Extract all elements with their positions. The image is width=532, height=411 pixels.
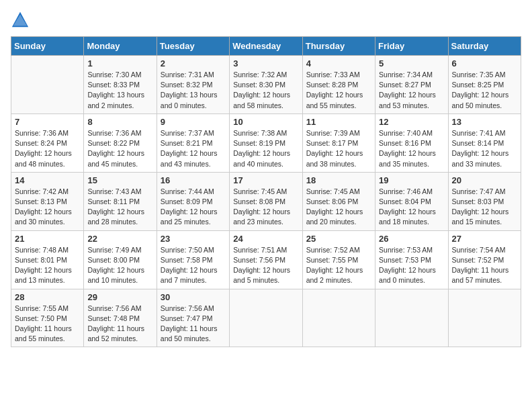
day-info: Sunrise: 7:45 AM Sunset: 8:06 PM Dayligh… — [306, 187, 371, 228]
day-number: 28 — [15, 292, 80, 302]
calendar-cell: 30Sunrise: 7:56 AM Sunset: 7:47 PM Dayli… — [157, 289, 229, 347]
calendar-cell: 19Sunrise: 7:46 AM Sunset: 8:04 PM Dayli… — [375, 172, 448, 230]
day-number: 8 — [87, 117, 152, 127]
logo-icon — [11, 11, 30, 30]
day-info: Sunrise: 7:47 AM Sunset: 8:03 PM Dayligh… — [452, 187, 517, 228]
day-number: 26 — [379, 234, 444, 244]
day-number: 1 — [87, 58, 152, 68]
page-header — [11, 11, 521, 30]
day-number: 4 — [306, 58, 371, 68]
header-cell-friday: Friday — [375, 37, 448, 56]
day-info: Sunrise: 7:34 AM Sunset: 8:27 PM Dayligh… — [379, 70, 444, 111]
day-number: 16 — [161, 175, 226, 185]
day-info: Sunrise: 7:51 AM Sunset: 7:56 PM Dayligh… — [233, 245, 298, 286]
day-number: 21 — [15, 234, 80, 244]
calendar-cell: 20Sunrise: 7:47 AM Sunset: 8:03 PM Dayli… — [448, 172, 521, 230]
day-number: 7 — [15, 117, 80, 127]
day-info: Sunrise: 7:30 AM Sunset: 8:33 PM Dayligh… — [87, 70, 152, 111]
day-info: Sunrise: 7:43 AM Sunset: 8:11 PM Dayligh… — [87, 187, 152, 228]
day-number: 15 — [87, 175, 152, 185]
day-info: Sunrise: 7:38 AM Sunset: 8:19 PM Dayligh… — [233, 128, 298, 169]
calendar-cell: 8Sunrise: 7:36 AM Sunset: 8:22 PM Daylig… — [84, 113, 157, 172]
day-number: 6 — [452, 58, 517, 68]
week-row-2: 7Sunrise: 7:36 AM Sunset: 8:24 PM Daylig… — [11, 113, 521, 172]
day-number: 14 — [15, 175, 80, 185]
header-cell-saturday: Saturday — [448, 37, 521, 56]
day-info: Sunrise: 7:55 AM Sunset: 7:50 PM Dayligh… — [15, 304, 80, 345]
calendar-cell: 12Sunrise: 7:40 AM Sunset: 8:16 PM Dayli… — [375, 113, 448, 172]
day-info: Sunrise: 7:41 AM Sunset: 8:14 PM Dayligh… — [452, 128, 517, 169]
day-number: 27 — [452, 234, 517, 244]
day-number: 17 — [233, 175, 298, 185]
header-cell-thursday: Thursday — [302, 37, 375, 56]
week-row-4: 21Sunrise: 7:48 AM Sunset: 8:01 PM Dayli… — [11, 230, 521, 289]
day-info: Sunrise: 7:37 AM Sunset: 8:21 PM Dayligh… — [161, 128, 226, 169]
calendar-cell — [11, 56, 84, 114]
calendar-cell: 7Sunrise: 7:36 AM Sunset: 8:24 PM Daylig… — [11, 113, 84, 172]
day-info: Sunrise: 7:56 AM Sunset: 7:47 PM Dayligh… — [161, 304, 226, 345]
logo — [11, 11, 32, 30]
day-info: Sunrise: 7:52 AM Sunset: 7:55 PM Dayligh… — [306, 245, 371, 286]
day-number: 25 — [306, 234, 371, 244]
day-number: 9 — [161, 117, 226, 127]
day-number: 13 — [452, 117, 517, 127]
calendar-cell: 2Sunrise: 7:31 AM Sunset: 8:32 PM Daylig… — [157, 56, 229, 114]
day-number: 30 — [161, 292, 226, 302]
week-row-3: 14Sunrise: 7:42 AM Sunset: 8:13 PM Dayli… — [11, 172, 521, 230]
calendar-cell — [302, 289, 375, 347]
calendar-cell: 29Sunrise: 7:56 AM Sunset: 7:48 PM Dayli… — [84, 289, 157, 347]
day-number: 23 — [161, 234, 226, 244]
calendar-cell: 16Sunrise: 7:44 AM Sunset: 8:09 PM Dayli… — [157, 172, 229, 230]
calendar-cell: 28Sunrise: 7:55 AM Sunset: 7:50 PM Dayli… — [11, 289, 84, 347]
day-number: 29 — [87, 292, 152, 302]
calendar-cell — [375, 289, 448, 347]
day-number: 5 — [379, 58, 444, 68]
day-info: Sunrise: 7:36 AM Sunset: 8:24 PM Dayligh… — [15, 128, 80, 169]
calendar-cell: 10Sunrise: 7:38 AM Sunset: 8:19 PM Dayli… — [230, 113, 302, 172]
header-row: SundayMondayTuesdayWednesdayThursdayFrid… — [11, 37, 521, 56]
calendar-cell: 26Sunrise: 7:53 AM Sunset: 7:53 PM Dayli… — [375, 230, 448, 289]
day-number: 3 — [233, 58, 298, 68]
day-number: 11 — [306, 117, 371, 127]
calendar-cell: 25Sunrise: 7:52 AM Sunset: 7:55 PM Dayli… — [302, 230, 375, 289]
calendar-cell: 5Sunrise: 7:34 AM Sunset: 8:27 PM Daylig… — [375, 56, 448, 114]
day-info: Sunrise: 7:39 AM Sunset: 8:17 PM Dayligh… — [306, 128, 371, 169]
day-info: Sunrise: 7:45 AM Sunset: 8:08 PM Dayligh… — [233, 187, 298, 228]
day-number: 19 — [379, 175, 444, 185]
week-row-1: 1Sunrise: 7:30 AM Sunset: 8:33 PM Daylig… — [11, 56, 521, 114]
calendar-cell: 23Sunrise: 7:50 AM Sunset: 7:58 PM Dayli… — [157, 230, 229, 289]
day-info: Sunrise: 7:46 AM Sunset: 8:04 PM Dayligh… — [379, 187, 444, 228]
svg-marker-1 — [13, 15, 28, 26]
calendar-cell: 24Sunrise: 7:51 AM Sunset: 7:56 PM Dayli… — [230, 230, 302, 289]
calendar-cell: 1Sunrise: 7:30 AM Sunset: 8:33 PM Daylig… — [84, 56, 157, 114]
calendar-table: SundayMondayTuesdayWednesdayThursdayFrid… — [11, 36, 521, 347]
calendar-cell: 11Sunrise: 7:39 AM Sunset: 8:17 PM Dayli… — [302, 113, 375, 172]
calendar-cell — [230, 289, 302, 347]
header-cell-monday: Monday — [84, 37, 157, 56]
day-number: 20 — [452, 175, 517, 185]
calendar-cell: 6Sunrise: 7:35 AM Sunset: 8:25 PM Daylig… — [448, 56, 521, 114]
calendar-cell: 15Sunrise: 7:43 AM Sunset: 8:11 PM Dayli… — [84, 172, 157, 230]
day-number: 2 — [161, 58, 226, 68]
calendar-cell: 4Sunrise: 7:33 AM Sunset: 8:28 PM Daylig… — [302, 56, 375, 114]
calendar-cell: 17Sunrise: 7:45 AM Sunset: 8:08 PM Dayli… — [230, 172, 302, 230]
day-info: Sunrise: 7:36 AM Sunset: 8:22 PM Dayligh… — [87, 128, 152, 169]
calendar-cell: 22Sunrise: 7:49 AM Sunset: 8:00 PM Dayli… — [84, 230, 157, 289]
calendar-cell: 21Sunrise: 7:48 AM Sunset: 8:01 PM Dayli… — [11, 230, 84, 289]
calendar-cell — [448, 289, 521, 347]
calendar-body: 1Sunrise: 7:30 AM Sunset: 8:33 PM Daylig… — [11, 56, 521, 347]
calendar-cell: 9Sunrise: 7:37 AM Sunset: 8:21 PM Daylig… — [157, 113, 229, 172]
day-number: 22 — [87, 234, 152, 244]
day-info: Sunrise: 7:44 AM Sunset: 8:09 PM Dayligh… — [161, 187, 226, 228]
day-info: Sunrise: 7:42 AM Sunset: 8:13 PM Dayligh… — [15, 187, 80, 228]
day-number: 12 — [379, 117, 444, 127]
day-info: Sunrise: 7:40 AM Sunset: 8:16 PM Dayligh… — [379, 128, 444, 169]
day-number: 18 — [306, 175, 371, 185]
day-number: 24 — [233, 234, 298, 244]
header-cell-tuesday: Tuesday — [157, 37, 229, 56]
calendar-cell: 3Sunrise: 7:32 AM Sunset: 8:30 PM Daylig… — [230, 56, 302, 114]
day-info: Sunrise: 7:32 AM Sunset: 8:30 PM Dayligh… — [233, 70, 298, 111]
calendar-cell: 13Sunrise: 7:41 AM Sunset: 8:14 PM Dayli… — [448, 113, 521, 172]
day-info: Sunrise: 7:50 AM Sunset: 7:58 PM Dayligh… — [161, 245, 226, 286]
calendar-cell: 27Sunrise: 7:54 AM Sunset: 7:52 PM Dayli… — [448, 230, 521, 289]
